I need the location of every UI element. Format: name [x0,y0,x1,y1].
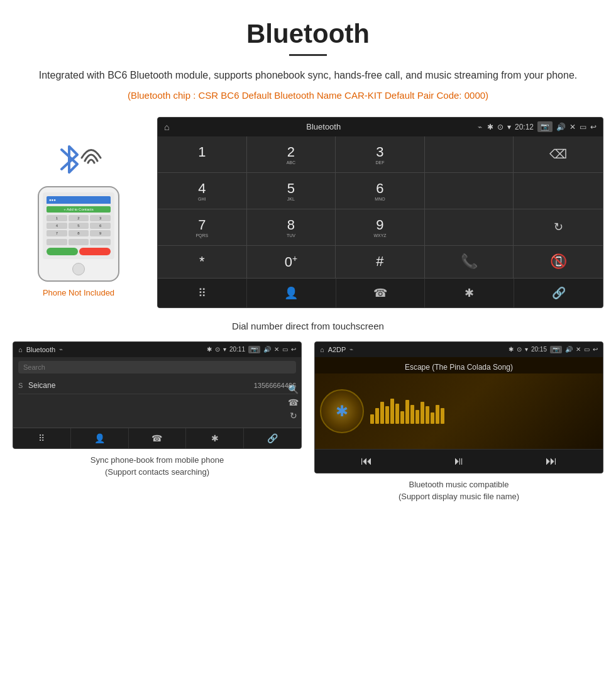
song-name-area: Escape (The Pina Colada Song) [315,357,603,373]
pb-bluetooth-btn[interactable]: ✱ [186,428,244,448]
phonebook-caption-line2: (Support contacts searching) [105,467,209,477]
key-empty-1 [425,136,514,172]
play-pause-button[interactable]: ⏯ [453,455,465,468]
music-info [370,399,598,424]
phone-key-star [47,239,67,245]
key-4[interactable]: 4 GHI [158,173,247,209]
key-2[interactable]: 2 ABC [247,136,336,172]
phone-key-2: 2 [69,215,89,221]
contact-name: Seicane [28,381,254,390]
car-bottom-bar: ⠿ 👤 ☎ ✱ 🔗 [158,278,603,307]
key-9-num: 9 [341,217,419,233]
key-7-sub: PQRS [163,233,241,238]
car-bottom-bluetooth[interactable]: ✱ [425,279,514,307]
contact-row: S Seicane 13566664466 [18,377,296,394]
phone-key-hash [90,239,111,245]
car-bottom-contacts[interactable]: 👤 [247,279,336,307]
key-empty-4 [425,209,514,245]
pb-contacts-btn[interactable]: 👤 [71,428,129,448]
song-name: Escape (The Pina Colada Song) [405,363,513,372]
eq-bar-7 [400,411,404,424]
music-controls: ⏮ ⏯ ⏭ [315,449,603,473]
bluetooth-status-icon: ✱ [487,123,493,131]
call-action-icon[interactable]: ☎ [288,397,299,407]
key-3-sub: DEF [341,160,419,165]
key-8-sub: TUV [252,233,331,238]
next-track-button[interactable]: ⏭ [546,455,557,468]
key-4-num: 4 [163,180,241,197]
eq-bar-3 [380,402,384,424]
music-usb-icon: ⌁ [349,346,353,353]
phone-home-button [72,263,85,275]
dialpad-row-2: 4 GHI 5 JKL 6 MNO [158,172,603,209]
key-8[interactable]: 8 TUV [247,209,336,245]
page-header: Bluetooth Integrated with BC6 Bluetooth … [0,0,616,117]
key-empty-2 [425,173,514,209]
backspace-button[interactable]: ⌫ [514,136,603,172]
car-screen: ⌂ Bluetooth ⌁ ✱ ⊙ ▾ 20:12 📷 🔊 ✕ ▭ ↩ [157,117,603,308]
phone-key-6: 6 [90,223,111,229]
phone-key-3: 3 [90,215,111,221]
key-7-num: 7 [163,217,241,233]
pb-vol-icon: 🔊 [263,346,271,353]
main-content: ●●● + Add to Contacts 1 2 3 4 5 6 7 8 9 [0,117,616,308]
phone-call-red-btn [79,248,111,255]
key-7[interactable]: 7 PQRS [158,209,247,245]
refresh-button[interactable]: ↻ [514,209,603,245]
phonebook-screen: ⌂ Bluetooth ⌁ ✱ ⊙ ▾ 20:11 📷 🔊 ✕ ▭ ↩ Sear… [13,341,302,449]
home-icon: ⌂ [164,122,169,132]
music-bt-status-icon: ✱ [509,346,514,353]
car-bottom-phone[interactable]: ☎ [336,279,426,307]
album-bluetooth-icon: ✱ [336,402,348,420]
search-action-icon[interactable]: 🔍 [288,384,299,394]
status-time: 20:12 [515,123,534,131]
key-3[interactable]: 3 DEF [336,136,425,172]
close-icon: ✕ [569,123,576,131]
call-button[interactable]: 📞 [425,246,514,278]
phone-screen: ●●● + Add to Contacts 1 2 3 4 5 6 7 8 9 [43,192,114,259]
key-1-num: 1 [163,144,241,160]
center-caption: Dial number direct from touchscreen [0,321,616,331]
pb-loc-icon: ⊙ [215,346,220,353]
eq-bar-4 [385,406,389,424]
key-star[interactable]: * [158,246,247,278]
music-content: ✱ [315,373,603,449]
bluetooth-wifi-illustration [53,136,104,180]
end-call-button[interactable]: 📵 [514,246,603,278]
status-right-icons: ✱ ⊙ ▾ 20:12 📷 🔊 ✕ ▭ ↩ [487,121,597,132]
key-4-sub: GHI [163,197,241,201]
key-5[interactable]: 5 JKL [247,173,336,209]
phonebook-search-bar[interactable]: Search [18,361,296,373]
phone-key-4: 4 [47,223,67,229]
prev-track-button[interactable]: ⏮ [361,455,372,468]
contacts-area: S Seicane 13566664466 🔍 ☎ ↻ [13,377,301,428]
key-6[interactable]: 6 MNO [336,173,425,209]
music-status-bar: ⌂ A2DP ⌁ ✱ ⊙ ▾ 20:15 📷 🔊 ✕ ▭ ↩ [315,342,603,357]
music-back-icon: ↩ [593,346,598,353]
pb-right-icons: ✱ ⊙ ▾ 20:11 📷 🔊 ✕ ▭ ↩ [207,346,296,353]
phonebook-screenshot: ⌂ Bluetooth ⌁ ✱ ⊙ ▾ 20:11 📷 🔊 ✕ ▭ ↩ Sear… [13,341,302,503]
key-2-sub: ABC [252,160,331,165]
key-0[interactable]: 0+ [247,246,336,278]
pb-phone-btn[interactable]: ☎ [129,428,187,448]
music-time: 20:15 [531,346,547,353]
equalizer [370,399,598,424]
car-bottom-apps[interactable]: ⠿ [158,279,247,307]
key-hash[interactable]: # [336,246,425,278]
key-1[interactable]: 1 [158,136,247,172]
pb-bt-icon: ✱ [207,346,212,353]
dialpad-row-4: * 0+ # 📞 📵 [158,245,603,278]
music-title: A2DP [328,346,346,353]
key-9-sub: WXYZ [341,233,419,238]
key-9[interactable]: 9 WXYZ [336,209,425,245]
refresh-action-icon[interactable]: ↻ [290,411,297,421]
car-bottom-settings[interactable]: 🔗 [514,279,603,307]
phone-key-9: 9 [90,230,111,236]
pb-camera-icon: 📷 [248,346,260,353]
bottom-screenshots: ⌂ Bluetooth ⌁ ✱ ⊙ ▾ 20:11 📷 🔊 ✕ ▭ ↩ Sear… [0,341,616,503]
pb-link-btn[interactable]: 🔗 [244,428,301,448]
key-empty-3 [514,173,603,209]
phone-key-0 [69,239,89,245]
pb-apps-btn[interactable]: ⠿ [13,428,71,448]
pb-time: 20:11 [229,346,245,353]
